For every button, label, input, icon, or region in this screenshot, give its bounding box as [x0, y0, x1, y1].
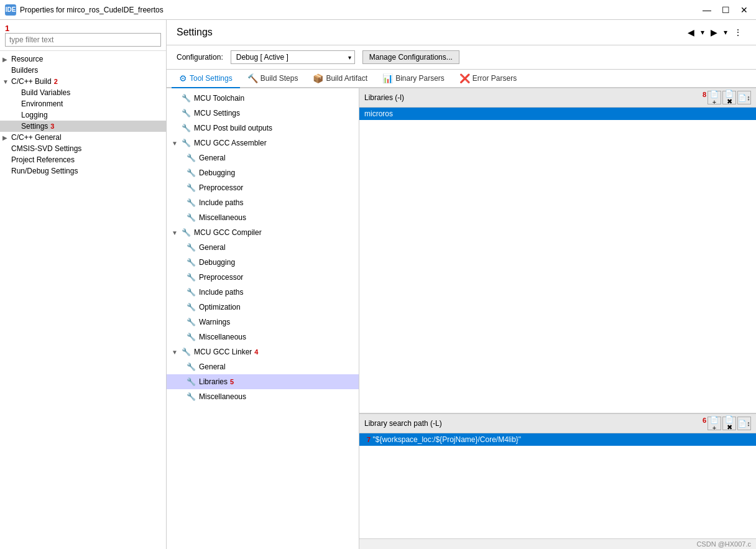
close-button[interactable]: ✕ — [737, 3, 751, 17]
sidebar-item-cmsis[interactable]: CMSIS-SVD Settings — [0, 143, 166, 154]
tool-item-mcu-gcc-assembler[interactable]: ▼ 🔧 MCU GCC Assembler — [167, 136, 359, 150]
mcu-gcc-compiler-icon: 🔧 — [180, 227, 191, 238]
search-path-move-button[interactable]: 📄↕ — [737, 417, 751, 430]
left-panel: 1 ▶ Resource Builders ▼ C/C++ Build 2 Bu… — [0, 20, 167, 549]
libraries-actions: 8 📄+ 📄✖ 📄↕ — [700, 91, 751, 104]
left-tree-nav: ▶ Resource Builders ▼ C/C++ Build 2 Buil… — [0, 51, 166, 549]
tool-item-cc-optimization[interactable]: 🔧 Optimization — [167, 300, 359, 315]
tool-item-cc-warnings[interactable]: 🔧 Warnings — [167, 315, 359, 330]
badge-6: 6 — [703, 417, 706, 430]
tool-item-ld-libraries[interactable]: 🔧 Libraries 5 — [167, 374, 359, 389]
asm-preprocessor-icon: 🔧 — [185, 182, 196, 193]
compiler-expand-icon: ▼ — [172, 229, 180, 236]
cc-misc-icon: 🔧 — [185, 331, 196, 343]
tab-error-parsers[interactable]: ❌ Error Parsers — [452, 70, 524, 88]
sidebar-item-builders[interactable]: Builders — [0, 65, 166, 76]
sidebar-item-ccpp-general[interactable]: ▶ C/C++ General — [0, 132, 166, 143]
config-select[interactable]: Debug [ Active ] — [231, 50, 355, 64]
footer: CSDN @HX007.c — [359, 538, 756, 549]
back-button[interactable]: ◀ — [684, 26, 698, 39]
config-label: Configuration: — [177, 53, 223, 62]
tool-item-mcu-gcc-compiler[interactable]: ▼ 🔧 MCU GCC Compiler — [167, 225, 359, 240]
sidebar-item-environment[interactable]: Environment — [0, 98, 166, 109]
tool-item-ld-misc[interactable]: 🔧 Miscellaneous — [167, 389, 359, 404]
add-library-icon: 📄+ — [708, 90, 721, 106]
tool-item-asm-general[interactable]: 🔧 General — [167, 150, 359, 165]
tool-item-cc-preprocessor[interactable]: 🔧 Preprocessor — [167, 270, 359, 285]
sidebar-item-run-debug[interactable]: Run/Debug Settings — [0, 165, 166, 177]
tool-item-mcu-settings[interactable]: 🔧 MCU Settings — [167, 106, 359, 121]
search-path-delete-button[interactable]: 📄✖ — [722, 417, 736, 430]
sidebar-item-logging[interactable]: Logging — [0, 109, 166, 121]
expand-arrow-ccpp-general: ▶ — [2, 134, 11, 141]
maximize-button[interactable]: ☐ — [719, 3, 732, 17]
tab-binary-parsers[interactable]: 📊 Binary Parsers — [375, 70, 452, 88]
window-title: Properties for mirco_ros_CudeIDE_freerto… — [20, 6, 700, 14]
tool-item-cc-debugging[interactable]: 🔧 Debugging — [167, 255, 359, 270]
libraries-header: Libraries (-l) 8 📄+ 📄✖ 📄↕ — [359, 88, 756, 108]
libraries-delete-button[interactable]: 📄✖ — [722, 91, 736, 104]
cc-include-paths-icon: 🔧 — [185, 287, 196, 298]
libraries-move-button[interactable]: 📄↕ — [737, 91, 751, 104]
tool-item-asm-misc[interactable]: 🔧 Miscellaneous — [167, 210, 359, 225]
config-select-wrapper: Debug [ Active ] — [231, 50, 355, 64]
search-path-actions: 6 📄+ 📄✖ 📄↕ — [700, 417, 751, 430]
delete-search-path-icon: 📄✖ — [723, 415, 735, 431]
asm-general-icon: 🔧 — [185, 152, 196, 164]
badge-1: 1 — [5, 24, 9, 33]
search-path-item-ws[interactable]: 7 "${workspace_loc:/${ProjName}/Core/M4l… — [359, 433, 756, 446]
header-nav: ◀ ▾ ▶ ▾ ⋮ — [684, 26, 746, 39]
ld-libraries-icon: 🔧 — [185, 376, 196, 387]
tool-item-mcu-toolchain[interactable]: 🔧 MCU Toolchain — [167, 91, 359, 106]
mcu-toolchain-icon: 🔧 — [180, 93, 191, 104]
expand-arrow-resource: ▶ — [2, 56, 11, 63]
delete-library-icon: 📄✖ — [723, 90, 735, 106]
sidebar-item-build-variables[interactable]: Build Variables — [0, 87, 166, 98]
tool-item-asm-debugging[interactable]: 🔧 Debugging — [167, 165, 359, 180]
tab-build-artifact[interactable]: 📦 Build Artifact — [305, 70, 375, 88]
ld-general-icon: 🔧 — [185, 361, 196, 372]
tool-item-ld-general[interactable]: 🔧 General — [167, 359, 359, 374]
badge-5: 5 — [230, 378, 234, 385]
libraries-add-button[interactable]: 📄+ — [708, 91, 721, 104]
search-path-section: Library search path (-L) 6 📄+ 📄✖ 📄↕ — [359, 414, 756, 538]
cc-general-icon: 🔧 — [185, 242, 196, 253]
tool-item-mcu-post-build[interactable]: 🔧 MCU Post build outputs — [167, 121, 359, 136]
tool-item-cc-misc[interactable]: 🔧 Miscellaneous — [167, 330, 359, 344]
mcu-gcc-assembler-icon: 🔧 — [180, 137, 191, 149]
manage-configurations-button[interactable]: Manage Configurations... — [362, 50, 459, 64]
search-path-title: Library search path (-L) — [364, 419, 442, 428]
window-controls: — ☐ ✕ — [700, 3, 751, 17]
search-path-list: 7 "${workspace_loc:/${ProjName}/Core/M4l… — [359, 433, 756, 538]
tool-item-cc-include-paths[interactable]: 🔧 Include paths — [167, 285, 359, 300]
mcu-settings-icon: 🔧 — [180, 108, 191, 119]
badge-3: 3 — [50, 122, 54, 130]
tool-item-cc-general[interactable]: 🔧 General — [167, 240, 359, 255]
sidebar-item-resource[interactable]: ▶ Resource — [0, 53, 166, 65]
search-path-add-button[interactable]: 📄+ — [708, 417, 721, 430]
properties-panel: Libraries (-l) 8 📄+ 📄✖ 📄↕ — [359, 88, 756, 549]
library-item-microros[interactable]: microros — [359, 108, 756, 120]
menu-button[interactable]: ⋮ — [730, 26, 746, 39]
move-search-path-icon: 📄↕ — [738, 420, 750, 428]
tool-item-mcu-gcc-linker[interactable]: ▼ 🔧 MCU GCC Linker 4 — [167, 344, 359, 359]
tab-build-steps[interactable]: 🔨 Build Steps — [240, 70, 306, 88]
libraries-title: Libraries (-l) — [364, 93, 404, 102]
sidebar-item-ccpp-build[interactable]: ▼ C/C++ Build 2 — [0, 76, 166, 87]
sidebar-item-settings[interactable]: Settings 3 — [0, 121, 166, 132]
tool-tree: 🔧 MCU Toolchain 🔧 MCU Settings 🔧 MCU Pos… — [167, 88, 359, 549]
tool-item-asm-preprocessor[interactable]: 🔧 Preprocessor — [167, 180, 359, 195]
move-library-icon: 📄↕ — [738, 94, 750, 102]
sidebar-item-project-refs[interactable]: Project References — [0, 154, 166, 165]
forward-button[interactable]: ▶ — [707, 26, 721, 39]
filter-input[interactable] — [5, 33, 161, 47]
settings-header: Settings ◀ ▾ ▶ ▾ ⋮ — [167, 20, 756, 45]
config-bar: Configuration: Debug [ Active ] Manage C… — [167, 45, 756, 70]
search-path-value: "${workspace_loc:/${ProjName}/Core/M4lib… — [372, 435, 521, 444]
minimize-button[interactable]: — — [700, 3, 714, 17]
tool-item-asm-include-paths[interactable]: 🔧 Include paths — [167, 195, 359, 210]
assembler-expand-icon: ▼ — [172, 140, 180, 147]
build-steps-icon: 🔨 — [247, 73, 258, 83]
cc-warnings-icon: 🔧 — [185, 316, 196, 328]
tab-tool-settings[interactable]: ⚙ Tool Settings — [172, 70, 240, 88]
